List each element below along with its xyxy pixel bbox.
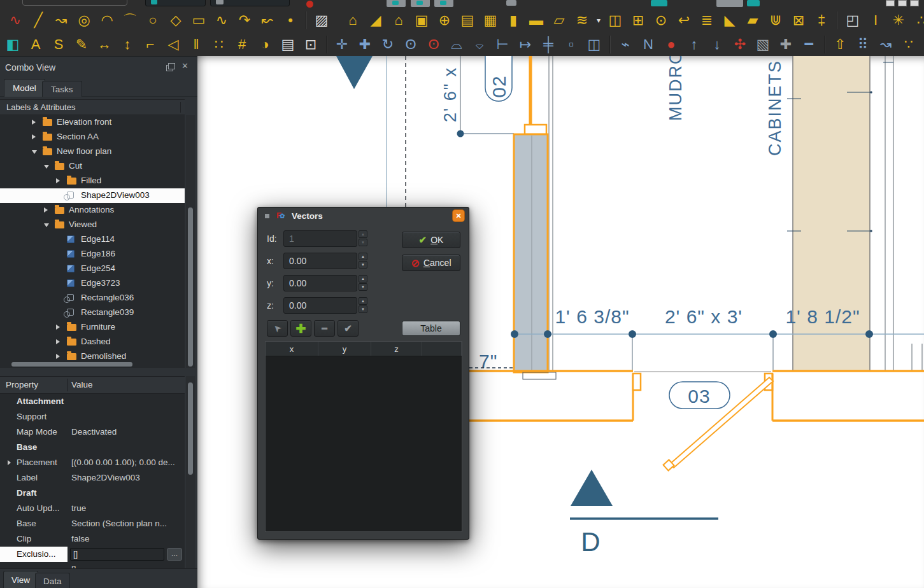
draft-path-array-icon[interactable]: ↝ <box>874 34 897 55</box>
draft-wire-icon[interactable]: ∿ <box>4 10 27 31</box>
draft-text-icon[interactable]: A <box>24 34 47 55</box>
select-vector-button[interactable]: ➤ <box>267 320 288 337</box>
arch-pipe-icon[interactable]: ⊙ <box>650 10 672 31</box>
chevron-right-icon[interactable] <box>56 325 60 330</box>
tree-item-elevation-front[interactable]: Elevation front <box>0 115 185 130</box>
arch-equipment-icon[interactable]: ⋓ <box>764 10 787 31</box>
draft-mirror-icon[interactable]: ◫ <box>583 34 606 55</box>
arch-project-icon[interactable]: ⌂ <box>387 10 410 31</box>
draft-polar-array-icon[interactable]: ◑ <box>253 34 276 55</box>
draft-point-link-icon[interactable]: ∵ <box>897 34 920 55</box>
close-panel-icon[interactable]: ✕ <box>181 61 188 71</box>
arch-pipe-elbow-icon[interactable]: ↩ <box>672 10 695 31</box>
draft-facebinder-icon[interactable]: ● <box>660 34 683 55</box>
property-row-placement[interactable]: Placement[(0.00 0.00 1.00); 0.00 de... <box>0 455 185 470</box>
draft-offset-star-icon[interactable]: ⌔ <box>468 34 491 55</box>
spin-down-icon[interactable]: ▼ <box>359 239 367 246</box>
draft-bspline-icon[interactable]: ∿ <box>210 10 233 31</box>
spin-down-icon[interactable]: ▼ <box>359 261 367 269</box>
tree-item-shape2dview003[interactable]: Shape2DView003 <box>0 188 185 203</box>
draft-split-icon[interactable]: ╪ <box>537 34 560 55</box>
draft-upgrade-arrow-icon[interactable]: ↑ <box>683 34 706 55</box>
dimension-vertical-icon[interactable]: ↕ <box>116 34 139 55</box>
draft-array-icon[interactable]: ⠿ <box>851 34 874 55</box>
dimension-node[interactable] <box>511 330 518 338</box>
chevron-down-icon[interactable] <box>44 165 49 169</box>
draft-ellipse-icon[interactable]: ○ <box>141 10 164 31</box>
draft-extend-icon[interactable]: ↦ <box>514 34 537 55</box>
draft-circle-icon[interactable]: ◎ <box>73 10 96 31</box>
property-row-label[interactable]: LabelShape2DView003 <box>0 470 185 486</box>
draft-cubic-bezier-icon[interactable]: ↜ <box>256 10 279 31</box>
arch-beam-icon[interactable]: ▬ <box>525 10 548 31</box>
dimension-node[interactable] <box>629 330 636 338</box>
ellipsis-button[interactable]: ... <box>167 548 182 561</box>
property-row-partial[interactable]: [] <box>0 562 185 568</box>
arch-door-icon[interactable]: ◫ <box>604 10 627 31</box>
property-row-auto-upd-[interactable]: Auto Upd...true <box>0 501 185 516</box>
chevron-right-icon[interactable] <box>56 339 60 344</box>
y-spinbox[interactable]: 0.00 <box>283 275 357 291</box>
draft-fillet-icon[interactable]: ⌐ <box>139 34 162 55</box>
remove-vector-button[interactable]: ━ <box>314 320 335 337</box>
arch-hatch-icon[interactable]: ▨ <box>310 10 333 31</box>
tree-item-rectangle036[interactable]: Rectangle036 <box>0 291 185 305</box>
property-row-support[interactable]: Support <box>0 409 185 424</box>
tree-column-header[interactable]: Labels & Attributes <box>0 99 185 115</box>
id-spinbox[interactable]: 1 <box>283 230 357 247</box>
spin-arrows[interactable]: ▲▼ <box>359 253 367 269</box>
tree-item-section-aa[interactable]: Section AA <box>0 130 185 144</box>
spin-down-icon[interactable]: ▼ <box>359 283 367 291</box>
chevron-right-icon[interactable] <box>8 460 11 465</box>
draft-polyline-icon[interactable]: ↝ <box>50 10 73 31</box>
arch-truss-icon[interactable]: ⊠ <box>787 10 810 31</box>
techdraw-board-icon[interactable]: ▤ <box>276 34 299 55</box>
tree-item-filled[interactable]: Filled <box>0 174 185 188</box>
dialog-titlebar[interactable]: F✿ Vectors ✕ <box>258 207 469 224</box>
draft-clone-red-icon[interactable]: ʘ <box>422 34 445 55</box>
chevron-right-icon[interactable] <box>44 207 48 213</box>
property-row-base[interactable]: BaseSection (Section plan n... <box>0 516 185 531</box>
arch-rebar-icon[interactable]: ≋ <box>571 10 593 31</box>
tree-item-edge186[interactable]: Edge186 <box>0 247 185 262</box>
arch-panel-icon[interactable]: ◢ <box>364 10 387 31</box>
tree-item-dashed[interactable]: Dashed <box>0 335 185 349</box>
apply-vector-button[interactable]: ✔ <box>338 320 359 337</box>
draft-rotate-icon[interactable]: ↻ <box>376 34 399 55</box>
draft-bend-icon[interactable]: ⌁ <box>614 34 637 55</box>
shape2dview-page-icon[interactable]: ◰ <box>841 10 864 31</box>
spin-down-icon[interactable]: ▼ <box>359 305 367 313</box>
tree-scrollbar-horizontal[interactable] <box>0 361 185 368</box>
spin-up-icon[interactable]: ▲ <box>359 297 367 305</box>
spin-arrows[interactable]: ▲▼ <box>359 297 367 314</box>
draft-arc-icon[interactable]: ◠ <box>96 10 118 31</box>
tab-view[interactable]: View <box>3 571 38 588</box>
add-vector-button[interactable]: ✚ <box>290 320 311 337</box>
tab-model[interactable]: Model <box>4 79 45 97</box>
chevron-right-icon[interactable] <box>56 178 60 183</box>
table-column-x[interactable]: x <box>266 342 318 356</box>
draft-arc-3points-icon[interactable]: ⌒ <box>118 10 141 31</box>
tree-item-edge3723[interactable]: Edge3723 <box>0 276 185 291</box>
chevron-right-icon[interactable] <box>32 134 36 139</box>
ok-button[interactable]: ✔ OK <box>402 232 460 248</box>
vectors-table[interactable]: xyz <box>265 341 462 532</box>
tree-item-edge114[interactable]: Edge114 <box>0 232 185 247</box>
property-row-draft[interactable]: Draft <box>0 486 185 501</box>
spin-up-icon[interactable]: ▲ <box>359 253 367 260</box>
draft-to-sketch-icon[interactable]: N <box>637 34 660 55</box>
property-row-exclusio-[interactable]: Exclusio...[]... <box>0 547 185 562</box>
dimension-node[interactable] <box>865 330 873 338</box>
tree-scrollbar-vertical[interactable] <box>186 115 195 368</box>
draft-bezier-icon[interactable]: ↷ <box>233 10 256 31</box>
property-row-map-mode[interactable]: Map ModeDeactivated <box>0 424 185 440</box>
chevron-right-icon[interactable] <box>32 120 36 125</box>
spin-arrows[interactable]: ▲▼ <box>359 275 367 291</box>
tree-item-new-floor-plan[interactable]: New floor plan <box>0 144 185 159</box>
property-scrollbar-vertical[interactable] <box>186 376 195 568</box>
arch-profile-icon[interactable]: I <box>864 10 887 31</box>
dialog-close-icon[interactable]: ✕ <box>453 210 464 221</box>
spin-up-icon[interactable]: ▲ <box>359 275 367 283</box>
table-column-z[interactable]: z <box>371 342 422 356</box>
z-spinbox[interactable]: 0.00 <box>283 297 357 314</box>
